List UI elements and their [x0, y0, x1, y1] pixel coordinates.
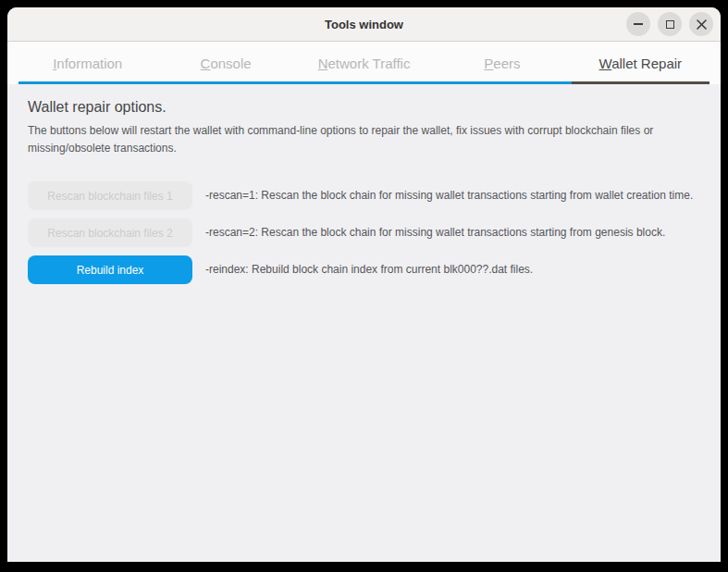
window-title: Tools window: [325, 18, 403, 31]
tab-bar: Information Console Network Traffic Peer…: [7, 42, 721, 84]
close-button[interactable]: [689, 12, 713, 36]
window-controls: [626, 7, 713, 41]
titlebar: Tools window: [7, 7, 721, 42]
tab-network-traffic[interactable]: Network Traffic: [295, 42, 433, 84]
rescan-1-description: -rescan=1: Rescan the block chain for mi…: [205, 188, 693, 204]
rescan-1-row: Rescan blockchain files 1 -rescan=1: Res…: [28, 181, 700, 210]
tab-wallet-repair[interactable]: Wallet Repair: [572, 42, 709, 84]
tab-label: Information: [53, 56, 122, 71]
intro-text: The buttons below will restart the walle…: [28, 122, 700, 157]
minimize-button[interactable]: [626, 12, 650, 36]
tab-peers[interactable]: Peers: [433, 42, 571, 84]
rescan-blockchain-1-button[interactable]: Rescan blockchain files 1: [28, 181, 192, 210]
rebuild-index-description: -reindex: Rebuild block chain index from…: [205, 262, 533, 278]
repair-actions: Rescan blockchain files 1 -rescan=1: Res…: [28, 181, 700, 284]
rescan-2-row: Rescan blockchain files 2 -rescan=2: Res…: [28, 218, 700, 247]
minimize-icon: [634, 23, 643, 25]
close-icon: [697, 19, 707, 30]
wallet-repair-panel: Wallet repair options. The buttons below…: [7, 84, 721, 284]
maximize-icon: [666, 20, 674, 29]
rescan-blockchain-2-button[interactable]: Rescan blockchain files 2: [28, 218, 192, 247]
rebuild-index-row: Rebuild index -reindex: Rebuild block ch…: [28, 255, 700, 284]
rebuild-index-button[interactable]: Rebuild index: [28, 255, 192, 284]
tab-information[interactable]: Information: [19, 42, 156, 84]
tab-label: Console: [201, 56, 252, 71]
tab-label: Network Traffic: [318, 56, 411, 71]
tab-label: Wallet Repair: [599, 56, 682, 71]
maximize-button[interactable]: [658, 12, 682, 36]
tab-console[interactable]: Console: [156, 42, 294, 84]
tab-label: Peers: [484, 56, 520, 71]
rescan-2-description: -rescan=2: Rescan the block chain for mi…: [205, 225, 665, 241]
tools-window: Tools window Information Console Network: [7, 7, 721, 562]
page-title: Wallet repair options.: [28, 99, 700, 116]
